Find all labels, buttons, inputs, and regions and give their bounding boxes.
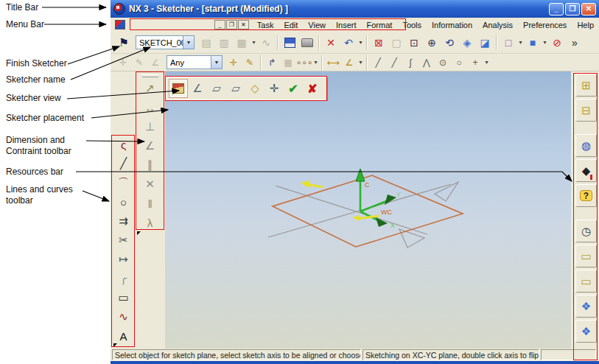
show-degrees-of-freedom-icon[interactable]: ∘∘∘ [296,55,312,70]
positioning-dimension-icon[interactable]: ▦ [280,55,296,70]
mdi-close-button[interactable]: ✕ [238,20,249,29]
mdi-minimize-button[interactable]: _ [214,20,225,29]
perspective-icon[interactable]: ◪ [476,34,494,52]
toolbar-overflow-chevron[interactable]: » [566,34,584,52]
sketch-name-combo[interactable]: SKETCH_000 ▼ [136,35,195,49]
undo-dropdown[interactable]: ▾ [357,39,364,46]
shaded-cube-icon[interactable] [169,79,188,98]
menu-analysis[interactable]: Analysis [477,20,518,30]
menu-insert[interactable]: Insert [331,20,362,30]
dimension-dropdown[interactable]: ▾ [357,59,364,66]
menu-format[interactable]: Format [362,20,398,30]
fit-view-icon[interactable]: ⊠ [370,34,388,52]
delete-icon[interactable]: ✕ [322,34,340,52]
zoom-icon[interactable]: ▢ [388,34,405,52]
line-icon[interactable]: ╱ [386,55,402,70]
show-all-constraints-icon[interactable]: ∥ [141,155,160,175]
sketch-name-dropdown-icon[interactable]: ▼ [183,36,194,49]
point-constructor-icon[interactable]: ✛ [225,55,242,70]
arc-three-point-icon[interactable]: ⋀ [418,55,435,70]
assembly-navigator-icon[interactable]: ⊞ [575,74,597,97]
menu-preferences[interactable]: Preferences [518,20,572,30]
studio-spline-icon[interactable]: ∿ [114,307,133,326]
graphics-window[interactable]: C WC X Y ∠▱▱◇✛✔✘ [165,71,571,349]
fillet-icon[interactable]: ╭ [114,269,133,288]
rotate-view-icon[interactable]: ⟲ [441,34,458,52]
constraints-icon[interactable]: ∠ [341,55,357,70]
help-icon[interactable]: ? [575,184,597,207]
selection-filter-combo[interactable]: Any ▼ [167,55,223,69]
flip-axis-arrow[interactable] [301,181,310,188]
toolbar-drag-handle[interactable] [142,74,158,77]
inferred-dimensions-icon[interactable]: ↗ [141,79,160,98]
close-button[interactable]: ✕ [581,3,596,15]
minimize-button[interactable]: _ [549,3,564,15]
yc-axis-arrow[interactable] [356,169,365,181]
arc-icon[interactable]: ʃ [402,55,418,70]
wc-arrow[interactable] [352,215,360,221]
cancel-icon[interactable]: ✘ [303,79,322,98]
orient-axes-icon[interactable]: ✛ [265,79,284,98]
history-icon[interactable]: ◆ [575,159,597,182]
sketch-icon[interactable]: ✎ [242,55,258,70]
auto-constrain-icon[interactable]: ∠ [141,136,160,155]
xc-axis-arrow[interactable] [376,217,388,227]
web-browser-icon[interactable]: ◍ [575,134,597,157]
menu-information[interactable]: Information [427,20,477,30]
reattach-icon[interactable]: ↱ [264,55,280,70]
wireframe-display-icon[interactable]: □ [500,34,517,52]
derived-lines-icon[interactable]: ⇉ [114,211,133,231]
menu-edit[interactable]: Edit [279,20,303,30]
dimensions-icon[interactable]: ↔ [141,98,160,117]
animate-dimension-icon[interactable]: ‖ [141,194,160,213]
print-icon[interactable] [298,34,316,52]
show-no-constraints-icon[interactable]: ✕ [141,175,160,194]
quick-extend-icon[interactable]: ↦ [114,250,133,269]
pan-view-icon[interactable]: ◈ [458,34,476,52]
title-bar[interactable]: NX 3 - Sketcher - [start.prt (Modified) … [111,0,599,18]
orient-view-to-model-icon[interactable]: ▥ [215,34,233,52]
quick-trim-icon[interactable]: ✂ [114,231,133,250]
toolbar-overflow-indicator[interactable] [137,231,141,235]
shaded-display-icon[interactable]: ■ [524,34,542,52]
mdi-restore-button[interactable]: ❐ [226,20,237,29]
new-palette-icon[interactable]: ▭ [575,245,597,267]
point-icon[interactable]: + [467,55,483,70]
new-palette-2-icon[interactable]: ▭ [575,270,597,293]
menu-help[interactable]: Help [572,20,599,30]
disable-snap-icon[interactable]: ⊘ [548,34,566,52]
menu-task[interactable]: Task [252,20,279,30]
zoom-window-icon[interactable]: ⊡ [405,34,423,52]
sketch-pencil-icon[interactable]: ✎ [131,55,147,70]
line-icon[interactable]: ╱ [114,154,133,173]
undo-icon[interactable]: ↶ [340,34,357,52]
circle-icon[interactable]: ○ [114,192,133,211]
curves-dropdown[interactable]: ▾ [483,59,490,66]
create-positioning-dimension-icon[interactable]: ▦ [233,34,251,52]
part-navigator-icon[interactable]: ⊟ [575,99,597,122]
history-palette-icon[interactable]: ◷ [575,220,597,242]
arc-icon[interactable]: ⌒ [114,173,133,192]
xc-yc-axes-icon[interactable]: ∠ [188,79,207,98]
sketch-tools-dropdown[interactable]: ▾ [312,59,319,66]
shaded-display-dropdown[interactable]: ▾ [542,39,548,46]
ok-icon[interactable]: ✔ [284,79,303,98]
constraints-icon[interactable]: ⊥ [141,117,160,136]
delayed-evaluation-icon[interactable]: ∿ [257,34,275,52]
profile-icon[interactable]: ╱ [370,55,386,70]
zc-axis-arrow[interactable] [385,195,396,205]
toolbar-overflow-indicator[interactable] [113,343,117,347]
zc-xc-plane-icon[interactable]: ▱ [207,79,226,98]
save-icon[interactable] [281,34,298,52]
datum-angle-icon[interactable]: ∠ [147,55,164,70]
inferred-dimensions-icon[interactable]: ⟷ [325,55,341,70]
positioning-dimension-dropdown[interactable]: ▾ [251,39,257,46]
rectangle-icon[interactable]: ▭ [114,288,133,307]
circle-center-icon[interactable]: ⊙ [435,55,451,70]
face-plane-icon[interactable]: ◇ [245,79,265,98]
roles-2-icon[interactable]: ❖ [575,320,597,343]
menu-tools[interactable]: Tools [397,20,427,30]
selection-filter-dropdown-icon[interactable]: ▼ [211,56,222,69]
mdi-child-icon[interactable] [115,20,125,29]
zoom-in-out-icon[interactable]: ⊕ [423,34,441,52]
